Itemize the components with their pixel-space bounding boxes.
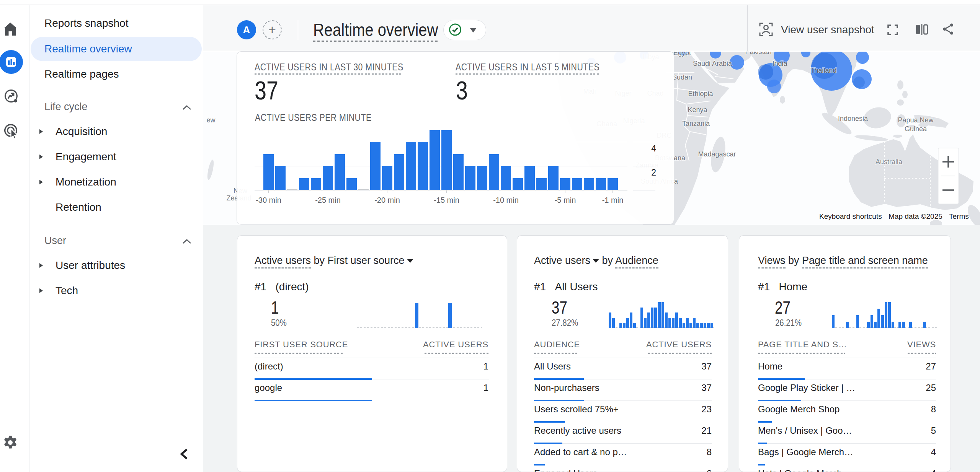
svg-text:ew: ew <box>206 116 216 124</box>
svg-text:Egypt: Egypt <box>673 52 691 57</box>
svg-text:Pakistan: Pakistan <box>745 52 771 55</box>
svg-text:Guinea: Guinea <box>905 125 927 133</box>
svg-text:India: India <box>772 60 787 67</box>
svg-text:Tanzania: Tanzania <box>682 120 710 127</box>
svg-text:Indonesia: Indonesia <box>838 115 868 122</box>
svg-text:Keyboard shortcuts: Keyboard shortcuts <box>819 212 882 220</box>
svg-text:Australia: Australia <box>875 158 903 166</box>
svg-text:Thailand: Thailand <box>810 67 836 74</box>
svg-text:Saudi Arabia: Saudi Arabia <box>693 60 732 67</box>
svg-text:Kenya: Kenya <box>688 106 707 114</box>
svg-text:Terms: Terms <box>949 212 969 220</box>
svg-text:Ethiopia: Ethiopia <box>688 90 713 98</box>
svg-text:Papua New: Papua New <box>898 116 934 124</box>
svg-text:Madagascar: Madagascar <box>698 150 736 158</box>
svg-text:Map data ©2025: Map data ©2025 <box>889 212 942 220</box>
svg-text:Sudan: Sudan <box>672 73 692 81</box>
